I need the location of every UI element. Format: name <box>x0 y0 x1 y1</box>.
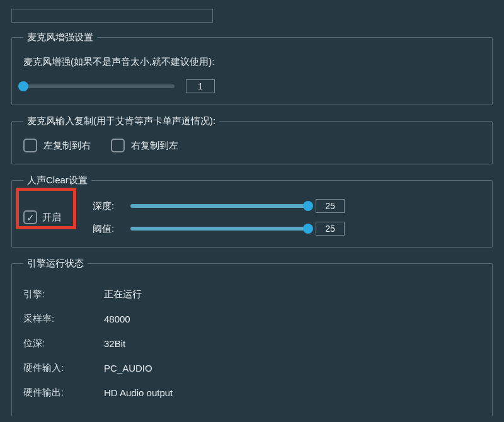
mic-dup-legend: 麦克风输入复制(用于艾肯等声卡单声道情况): <box>23 115 219 127</box>
hw-input-value: PC_AUDIO <box>104 363 152 374</box>
threshold-label: 阈值: <box>93 223 122 235</box>
depth-label: 深度: <box>93 200 122 212</box>
hw-output-label: 硬件输出: <box>23 387 104 399</box>
voice-clear-enable-label: 开启 <box>42 212 61 224</box>
hw-output-value: HD Audio output <box>104 387 173 398</box>
depth-value[interactable]: 25 <box>316 199 345 213</box>
voice-clear-legend: 人声Clear设置 <box>23 174 91 186</box>
truncated-box <box>11 9 213 23</box>
depth-handle[interactable] <box>303 201 313 211</box>
engine-label: 引擎: <box>23 288 104 300</box>
sample-rate-label: 采样率: <box>23 313 104 325</box>
engine-row: 引擎: 正在运行 <box>23 282 481 307</box>
mic-gain-slider[interactable] <box>23 84 175 88</box>
mic-gain-legend: 麦克风增强设置 <box>23 31 97 43</box>
mic-gain-value[interactable]: 1 <box>186 79 215 93</box>
threshold-handle[interactable] <box>303 224 313 234</box>
mic-dup-group: 麦克风输入复制(用于艾肯等声卡单声道情况): 左复制到右 右复制到左 <box>11 115 493 164</box>
threshold-slider[interactable] <box>130 227 307 231</box>
engine-value: 正在运行 <box>104 288 142 300</box>
mic-gain-handle[interactable] <box>18 81 28 91</box>
left-to-right-checkbox[interactable]: 左复制到右 <box>23 139 91 152</box>
voice-clear-enable-checkbox[interactable] <box>23 210 37 224</box>
hw-input-row: 硬件输入: PC_AUDIO <box>23 356 481 380</box>
voice-clear-group: 人声Clear设置 开启 深度: 25 阈值: 25 <box>11 174 493 248</box>
mic-gain-label: 麦克风增强(如果不是声音太小,就不建议使用): <box>23 56 481 68</box>
checkbox-box[interactable] <box>111 139 125 152</box>
checkbox-box[interactable] <box>23 139 37 152</box>
bit-depth-value: 32Bit <box>104 338 125 349</box>
sample-rate-value: 48000 <box>104 314 130 324</box>
threshold-value[interactable]: 25 <box>316 222 345 236</box>
depth-slider[interactable] <box>130 204 307 208</box>
right-to-left-checkbox[interactable]: 右复制到左 <box>111 139 178 152</box>
left-to-right-label: 左复制到右 <box>43 140 91 152</box>
engine-status-group: 引擎运行状态 引擎: 正在运行 采样率: 48000 位深: 32Bit 硬件输… <box>11 258 493 416</box>
right-to-left-label: 右复制到左 <box>131 140 178 152</box>
sample-rate-row: 采样率: 48000 <box>23 307 481 331</box>
mic-gain-group: 麦克风增强设置 麦克风增强(如果不是声音太小,就不建议使用): 1 <box>11 31 493 105</box>
bit-depth-row: 位深: 32Bit <box>23 331 481 356</box>
bit-depth-label: 位深: <box>23 338 104 350</box>
engine-status-legend: 引擎运行状态 <box>23 258 88 270</box>
hw-output-row: 硬件输出: HD Audio output <box>23 380 481 405</box>
hw-input-label: 硬件输入: <box>23 362 104 374</box>
